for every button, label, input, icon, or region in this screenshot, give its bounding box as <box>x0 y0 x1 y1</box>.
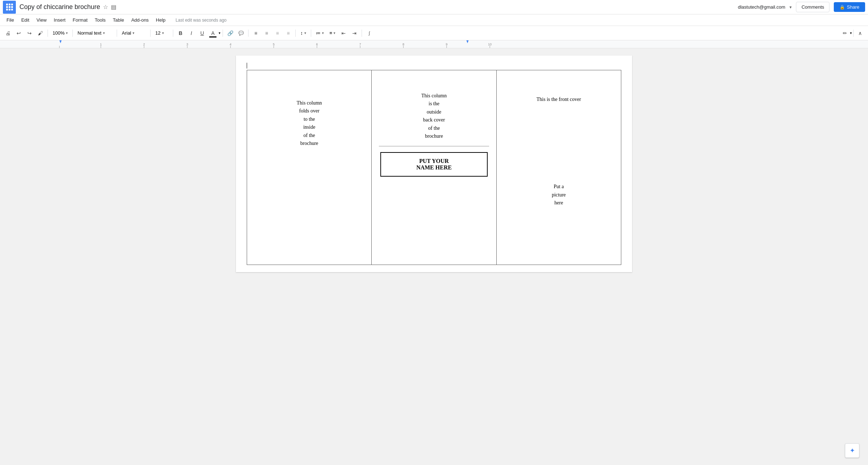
menu-file[interactable]: File <box>4 16 17 24</box>
divider-7 <box>248 30 249 37</box>
toolbar: 🖨 ↩ ↪ 🖌 100% ▾ Normal text ▾ Arial ▾ 12 … <box>0 26 868 40</box>
italic-button[interactable]: I <box>186 28 196 38</box>
font-color-button[interactable]: A <box>208 28 218 38</box>
table-cell-col3[interactable]: This is the front cover Put apicturehere <box>496 70 621 265</box>
line-spacing-select[interactable]: ↕ ▾ <box>298 28 309 38</box>
divider-9 <box>311 30 311 37</box>
col2-divider <box>379 146 489 146</box>
google-apps-grid <box>6 4 13 10</box>
table-cell-col1[interactable]: This columnfolds overto theinsideof theb… <box>247 70 372 265</box>
svg-text:5: 5 <box>273 43 274 46</box>
formula-button[interactable]: ∫ <box>364 28 374 38</box>
picture-text: Put apicturehere <box>504 183 614 207</box>
star-icon[interactable]: ☆ <box>103 4 108 10</box>
font-select[interactable]: Arial ▾ <box>119 28 148 38</box>
divider-2 <box>72 30 73 37</box>
divider-8 <box>295 30 296 37</box>
share-button[interactable]: 🔒 Share <box>834 2 865 12</box>
svg-text:2: 2 <box>143 43 145 46</box>
style-value: Normal text <box>77 30 101 36</box>
user-email: dlastutech@gmail.com <box>738 4 786 10</box>
divider-1 <box>48 30 48 37</box>
align-left-button[interactable]: ≡ <box>251 28 261 38</box>
unordered-list-select[interactable]: ≡ ▾ <box>327 28 338 38</box>
unordered-list-arrow: ▾ <box>334 31 335 35</box>
menu-bar: File Edit View Insert Format Tools Table… <box>0 14 868 26</box>
app-icon[interactable] <box>3 1 16 14</box>
top-right: dlastutech@gmail.com ▾ Comments 🔒 Share <box>738 2 865 12</box>
font-size-select[interactable]: 12 ▾ <box>153 28 171 38</box>
zoom-arrow: ▾ <box>66 31 68 35</box>
ordered-list-select[interactable]: ≔ ▾ <box>313 28 326 38</box>
zoom-value: 100% <box>53 30 64 36</box>
dropdown-arrow[interactable]: ▾ <box>789 5 792 10</box>
toolbar-collapse: ✏ ▾ ∧ <box>840 28 865 38</box>
comment-button[interactable]: 💬 <box>236 28 246 38</box>
last-edit: Last edit was seconds ago <box>176 18 227 23</box>
assistant-icon: ✦ <box>850 447 855 455</box>
comments-button[interactable]: Comments <box>796 2 829 12</box>
bold-button[interactable]: B <box>175 28 185 38</box>
pen-arrow[interactable]: ▾ <box>850 31 852 35</box>
doc-title[interactable]: Copy of chiccarine brochure <box>19 3 100 11</box>
menu-addons[interactable]: Add-ons <box>128 16 151 24</box>
menu-help[interactable]: Help <box>153 16 169 24</box>
folder-icon[interactable]: ▤ <box>111 4 116 10</box>
print-button[interactable]: 🖨 <box>3 28 13 38</box>
divider-10 <box>362 30 362 37</box>
document-page[interactable]: This columnfolds overto theinsideof theb… <box>236 56 632 272</box>
menu-tools[interactable]: Tools <box>92 16 108 24</box>
align-right-button[interactable]: ≡ <box>272 28 282 38</box>
divider-11 <box>853 30 854 37</box>
font-color-arrow[interactable]: ▾ <box>219 31 220 35</box>
col3-content: This is the front cover Put apicturehere <box>504 96 614 207</box>
underline-button[interactable]: U <box>197 28 207 38</box>
svg-text:4: 4 <box>229 43 231 46</box>
menu-format[interactable]: Format <box>70 16 90 24</box>
justify-button[interactable]: ≡ <box>283 28 293 38</box>
col2-text: This columnis theoutsideback coverof the… <box>379 92 489 140</box>
font-size-value: 12 <box>155 30 160 36</box>
style-select[interactable]: Normal text ▾ <box>75 28 115 38</box>
table-row: This columnfolds overto theinsideof theb… <box>247 70 621 265</box>
size-arrow: ▾ <box>162 31 164 35</box>
zoom-select[interactable]: 100% ▾ <box>50 28 70 38</box>
menu-edit[interactable]: Edit <box>18 16 32 24</box>
style-arrow: ▾ <box>103 31 105 35</box>
svg-text:6: 6 <box>316 43 318 46</box>
paint-format-button[interactable]: 🖌 <box>35 28 45 38</box>
font-arrow: ▾ <box>133 31 134 35</box>
divider-5 <box>173 30 173 37</box>
pen-button[interactable]: ✏ <box>840 28 850 38</box>
divider-3 <box>117 30 117 37</box>
table-cell-col2[interactable]: This columnis theoutsideback coverof the… <box>372 70 496 265</box>
col2-content: This columnis theoutsideback coverof the… <box>379 78 489 177</box>
front-cover-text: This is the front cover <box>504 96 614 103</box>
name-box[interactable]: PUT YOURNAME HERE <box>380 152 487 177</box>
title-icons: ☆ ▤ <box>103 4 116 10</box>
brochure-table: This columnfolds overto theinsideof theb… <box>247 70 621 265</box>
text-cursor <box>247 63 247 68</box>
ruler: 1 2 3 4 5 6 7 8 9 10 <box>0 40 868 48</box>
doc-area: This columnfolds overto theinsideof theb… <box>0 48 868 465</box>
font-value: Arial <box>122 30 131 36</box>
undo-button[interactable]: ↩ <box>14 28 24 38</box>
ordered-list-arrow: ▾ <box>322 31 324 35</box>
increase-indent-button[interactable]: ⇥ <box>349 28 359 38</box>
menu-insert[interactable]: Insert <box>51 16 68 24</box>
redo-button[interactable]: ↪ <box>24 28 35 38</box>
svg-text:10: 10 <box>488 43 492 46</box>
align-center-button[interactable]: ≡ <box>261 28 272 38</box>
lock-icon: 🔒 <box>840 5 845 10</box>
divider-4 <box>150 30 151 37</box>
menu-view[interactable]: View <box>33 16 49 24</box>
svg-rect-0 <box>0 40 868 48</box>
decrease-indent-button[interactable]: ⇤ <box>339 28 349 38</box>
svg-text:8: 8 <box>402 43 404 46</box>
link-button[interactable]: 🔗 <box>225 28 235 38</box>
menu-table[interactable]: Table <box>110 16 127 24</box>
ruler-svg: 1 2 3 4 5 6 7 8 9 10 <box>0 40 868 48</box>
svg-text:7: 7 <box>359 43 361 46</box>
assistant-button[interactable]: ✦ <box>845 443 859 458</box>
collapse-toolbar-button[interactable]: ∧ <box>855 28 865 38</box>
